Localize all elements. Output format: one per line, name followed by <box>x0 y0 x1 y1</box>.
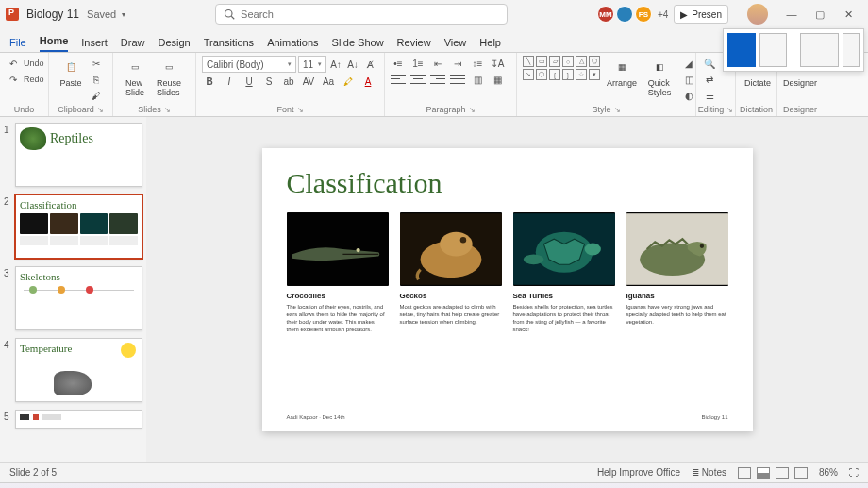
underline-button[interactable]: U <box>242 74 257 89</box>
new-slide-button[interactable]: ▭New Slide <box>119 56 151 99</box>
launcher-icon[interactable]: ↘ <box>614 106 621 114</box>
launcher-icon[interactable]: ↘ <box>469 106 476 114</box>
tab-help[interactable]: Help <box>479 33 501 52</box>
card-crocodiles[interactable]: Crocodiles The location of their eyes, n… <box>287 212 389 409</box>
shape-outline-button[interactable]: ◫ <box>681 72 696 87</box>
avatar[interactable]: MM <box>597 6 614 23</box>
thumbnail-4[interactable]: Temperature <box>15 338 142 402</box>
undo-button[interactable]: ↶Undo <box>6 56 44 71</box>
grow-font-button[interactable]: A↑ <box>328 57 343 72</box>
paste-button[interactable]: 📋Paste <box>55 56 87 90</box>
tab-slideshow[interactable]: Slide Show <box>332 33 384 52</box>
clear-format-button[interactable]: A̸ <box>362 57 377 72</box>
align-center-button[interactable] <box>410 72 426 87</box>
launcher-icon[interactable]: ↘ <box>726 106 733 114</box>
columns-button[interactable]: ▥ <box>470 72 485 87</box>
group-paragraph: •≡ 1≡ ⇤ ⇥ ↕≡ ↧A ▥ ▦ Paragraph↘ <box>385 53 517 116</box>
snap-layout-overlay[interactable] <box>723 28 864 72</box>
numbering-button[interactable]: 1≡ <box>410 56 426 71</box>
cut-button[interactable]: ✂ <box>89 56 104 71</box>
avatar[interactable] <box>616 6 633 23</box>
bullets-button[interactable]: •≡ <box>391 56 406 71</box>
launcher-icon[interactable]: ↘ <box>164 106 171 114</box>
shape-effects-button[interactable]: ◐ <box>681 88 696 103</box>
redo-button[interactable]: ↷Redo <box>6 72 44 87</box>
notes-button[interactable]: ≣ Notes <box>692 467 726 478</box>
tab-insert[interactable]: Insert <box>81 33 108 52</box>
thumbnail-2[interactable]: Classification <box>15 194 142 259</box>
tab-home[interactable]: Home <box>40 31 69 52</box>
indent-inc-button[interactable]: ⇥ <box>450 56 465 71</box>
copy-button[interactable]: ⎘ <box>89 72 104 87</box>
close-button[interactable]: ✕ <box>834 0 862 28</box>
card-geckos[interactable]: Geckos Most geckos are adapted to climb … <box>400 212 502 409</box>
shape-fill-button[interactable]: ◢ <box>681 56 696 71</box>
thumbnail-3[interactable]: Skeletons <box>15 266 142 330</box>
format-painter-button[interactable]: 🖌 <box>89 88 104 103</box>
fit-button[interactable]: ⛶ <box>849 467 859 478</box>
spacing-button[interactable]: AV <box>301 74 316 89</box>
select-button[interactable]: ☰ <box>702 88 717 103</box>
italic-button[interactable]: I <box>222 74 237 89</box>
indent-dec-button[interactable]: ⇤ <box>430 56 445 71</box>
line-spacing-button[interactable]: ↕≡ <box>470 56 485 71</box>
slide-heading[interactable]: Classification <box>287 167 728 199</box>
card-iguanas[interactable]: Iguanas Iguanas have very strong jaws an… <box>626 212 728 409</box>
launcher-icon[interactable]: ↘ <box>297 106 304 114</box>
tab-review[interactable]: Review <box>397 33 431 52</box>
card-turtles[interactable]: Sea Turtles Besides shells for protectio… <box>513 212 615 409</box>
reading-view-button[interactable] <box>776 467 789 479</box>
font-color-button[interactable]: A <box>360 74 376 89</box>
case-button[interactable]: Aa <box>321 74 336 89</box>
tab-design[interactable]: Design <box>158 33 190 52</box>
minimize-button[interactable]: — <box>777 0 806 28</box>
sorter-view-button[interactable] <box>757 467 770 479</box>
snap-layout-narrow[interactable] <box>843 33 860 67</box>
snap-layout-right[interactable] <box>760 33 788 67</box>
find-button[interactable]: 🔍 <box>702 56 717 71</box>
bold-button[interactable]: B <box>202 74 217 89</box>
arrange-button[interactable]: ▦Arrange <box>606 56 638 90</box>
font-name-select[interactable]: Calibri (Body)▾ <box>202 56 296 73</box>
user-avatar[interactable] <box>747 4 768 25</box>
snap-layout-left[interactable] <box>727 33 756 67</box>
extra-collaborators[interactable]: +4 <box>658 9 668 20</box>
thumbnail-5[interactable] <box>15 410 142 429</box>
present-button[interactable]: ▶ Presen <box>674 5 728 24</box>
slide-canvas[interactable]: Classification Crocodiles The location o… <box>146 117 868 462</box>
normal-view-button[interactable] <box>738 467 751 479</box>
font-size-select[interactable]: 11▾ <box>298 56 326 73</box>
snap-layout-wide[interactable] <box>800 33 839 67</box>
avatar[interactable]: FS <box>635 6 652 23</box>
strike-button[interactable]: S <box>261 74 276 89</box>
help-improve-link[interactable]: Help Improve Office <box>597 467 680 478</box>
tab-animations[interactable]: Animations <box>267 33 318 52</box>
maximize-button[interactable]: ▢ <box>806 0 834 28</box>
zoom-level[interactable]: 86% <box>819 467 838 478</box>
tab-file[interactable]: File <box>9 33 26 52</box>
reuse-slides-button[interactable]: ▭Reuse Slides <box>153 56 185 99</box>
search-input[interactable] <box>241 8 499 20</box>
text-direction-button[interactable]: ↧A <box>490 56 505 71</box>
replace-button[interactable]: ⇄ <box>702 72 717 87</box>
align-left-button[interactable] <box>391 72 406 87</box>
search-box[interactable] <box>215 4 508 25</box>
shapes-gallery[interactable]: ╲▭▱○△⬠ ↘⬡{}☆▾ <box>523 56 600 80</box>
launcher-icon[interactable]: ↘ <box>97 106 104 114</box>
align-right-button[interactable] <box>430 72 445 87</box>
smartart-button[interactable]: ▦ <box>490 72 505 87</box>
tab-draw[interactable]: Draw <box>121 33 145 52</box>
shrink-font-button[interactable]: A↓ <box>345 57 360 72</box>
save-state[interactable]: Saved <box>87 8 116 20</box>
justify-button[interactable] <box>450 72 465 87</box>
quick-styles-button[interactable]: ◧Quick Styles <box>643 56 676 99</box>
shadow-button[interactable]: ab <box>281 74 296 89</box>
document-title[interactable]: Biology 11 <box>26 8 79 21</box>
slide-indicator[interactable]: Slide 2 of 5 <box>9 467 57 478</box>
tab-transitions[interactable]: Transitions <box>204 33 254 52</box>
thumbnail-1[interactable]: Reptiles <box>15 123 142 187</box>
save-dropdown-icon[interactable]: ▾ <box>122 10 125 19</box>
highlight-button[interactable]: 🖍 <box>341 74 356 89</box>
slideshow-view-button[interactable] <box>794 467 808 479</box>
tab-view[interactable]: View <box>444 33 467 52</box>
